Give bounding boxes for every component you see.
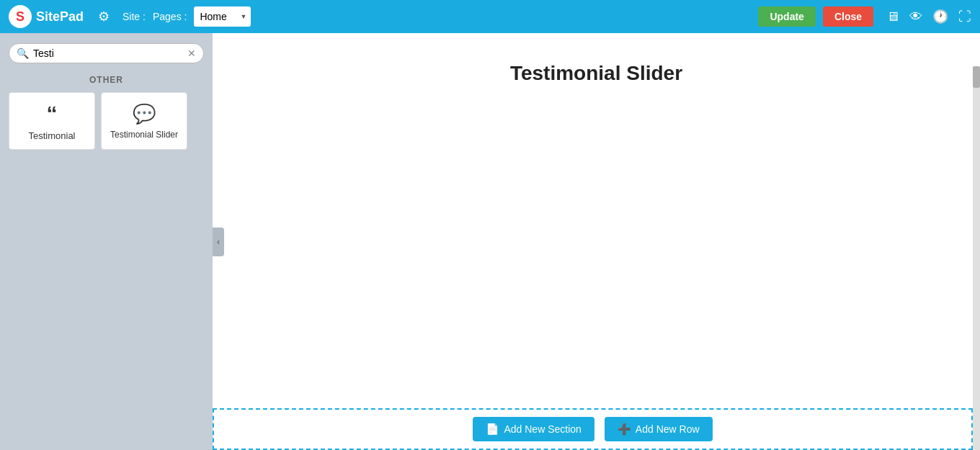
widget-testimonial-slider[interactable]: 💬 Testimonial Slider [101,92,187,150]
search-icon: 🔍 [17,48,29,59]
canvas-content: Testimonial Slider [213,33,980,450]
widget-testimonial[interactable]: “ Testimonial [9,92,95,150]
add-section-icon: 📄 [486,423,499,436]
add-new-row-button[interactable]: ➕ Add New Row [605,417,713,441]
history-icon[interactable]: 🕐 [932,9,948,24]
chat-bubble-icon: 💬 [133,103,156,125]
other-section-label: OTHER [9,75,204,85]
topbar: S SitePad ⚙ Site : Pages : Home About Co… [0,0,980,33]
sitemap-icon[interactable]: ⛶ [958,9,971,24]
update-button[interactable]: Update [758,6,815,27]
brand-logo: S [9,5,32,28]
brand: S SitePad [9,5,84,28]
eye-icon[interactable]: 👁 [909,9,922,24]
add-row-icon: ➕ [618,423,631,436]
pages-label: Pages : [153,11,187,22]
search-box: 🔍 ✕ [9,43,204,63]
pages-select-wrap[interactable]: Home About Contact [194,6,251,27]
scrollbar-thumb[interactable] [973,66,980,88]
desktop-icon[interactable]: 🖥 [886,9,899,24]
add-row-label: Add New Row [636,423,700,435]
scrollbar-right[interactable] [973,66,980,450]
quote-icon: “ [47,102,58,126]
canvas-title: Testimonial Slider [510,62,682,85]
gear-icon: ⚙ [98,9,110,24]
canvas-drop-zone: 📄 Add New Section ➕ Add New Row [213,408,973,450]
pages-select[interactable]: Home About Contact [194,6,251,27]
gear-button[interactable]: ⚙ [98,9,110,24]
testimonial-slider-label: Testimonial Slider [110,130,178,140]
search-clear-button[interactable]: ✕ [187,48,196,59]
widget-testimonial-label: Testimonial [28,130,75,141]
sidebar-collapse-toggle[interactable]: ‹ [213,228,224,256]
brand-name: SitePad [36,9,84,24]
main-layout: 🔍 ✕ OTHER “ Testimonial 💬 Testimonial Sl… [0,33,980,450]
add-section-label: Add New Section [504,423,581,435]
search-input[interactable] [33,48,187,59]
widgets-grid: “ Testimonial 💬 Testimonial Slider [9,92,204,150]
sidebar: 🔍 ✕ OTHER “ Testimonial 💬 Testimonial Sl… [0,33,213,450]
close-button[interactable]: Close [823,6,873,27]
site-label: Site : [122,11,146,22]
canvas-area: Testimonial Slider 📄 Add New Section ➕ A… [213,33,980,450]
topbar-icons: 🖥 👁 🕐 ⛶ [886,9,971,24]
brand-logo-letter: S [16,9,24,24]
add-new-section-button[interactable]: 📄 Add New Section [473,417,594,441]
collapse-icon: ‹ [217,237,220,247]
